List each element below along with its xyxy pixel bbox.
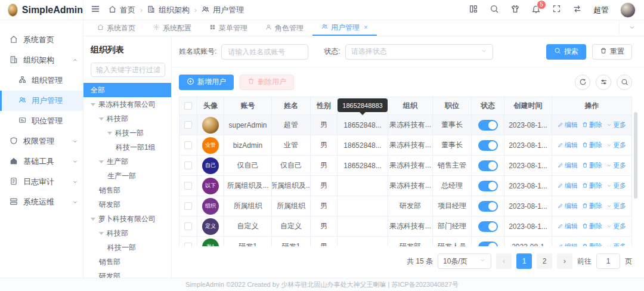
refresh-button[interactable] — [575, 75, 590, 90]
sidebar-item-dashboard[interactable]: 系统首页 — [0, 30, 83, 50]
more-dropdown[interactable]: 更多 — [606, 202, 626, 210]
tree-item[interactable]: 生产一部 — [83, 169, 171, 183]
row-checkbox[interactable] — [184, 243, 192, 246]
status-toggle[interactable] — [478, 181, 498, 191]
row-checkbox[interactable] — [184, 182, 192, 190]
tree-item[interactable]: 果冻科技有限公司 — [83, 97, 171, 112]
status-toggle[interactable] — [478, 120, 498, 131]
switch-org-icon[interactable] — [572, 4, 582, 16]
edit-link[interactable]: 编辑 — [558, 222, 578, 231]
row-checkbox[interactable] — [184, 202, 192, 210]
next-page-button[interactable]: › — [557, 253, 572, 269]
tree-item[interactable]: 科技一部 — [83, 126, 171, 140]
prev-page-button[interactable]: ‹ — [496, 253, 512, 269]
select-all-checkbox[interactable] — [184, 102, 192, 110]
sidebar-item-position-management[interactable]: 职位管理 — [0, 111, 83, 131]
user-avatar[interactable] — [620, 2, 636, 18]
status-toggle[interactable] — [478, 221, 498, 232]
edit-link[interactable]: 编辑 — [558, 202, 578, 210]
tree-item[interactable]: 研发部 — [83, 197, 171, 212]
delete-users-button[interactable]: 删除用户 — [240, 75, 294, 90]
sidebar-item-operations[interactable]: 系统运维 — [0, 192, 83, 212]
edit-link[interactable]: 编辑 — [558, 141, 578, 150]
delete-link[interactable]: 删除 — [582, 161, 602, 170]
caret-down-icon[interactable] — [99, 117, 104, 120]
tree-item[interactable]: 科技一部1组 — [83, 140, 171, 154]
more-dropdown[interactable]: 更多 — [606, 161, 626, 170]
page-button-2[interactable]: 2 — [537, 253, 552, 269]
edit-link[interactable]: 编辑 — [558, 181, 578, 190]
delete-link[interactable]: 删除 — [582, 202, 602, 210]
collapse-menu-icon[interactable] — [91, 4, 100, 16]
row-checkbox[interactable] — [184, 141, 192, 149]
sidebar-item-tools[interactable]: 基础工具 — [0, 151, 83, 172]
tab-role[interactable]: 角色管理 — [256, 20, 312, 36]
status-toggle[interactable] — [478, 242, 498, 247]
row-checkbox[interactable] — [184, 162, 192, 169]
add-user-button[interactable]: 新增用户 — [179, 75, 234, 90]
tab-user-management[interactable]: 用户管理 × — [312, 20, 377, 36]
edit-link[interactable]: 编辑 — [558, 120, 578, 129]
tree-item-all[interactable]: 全部 — [83, 83, 171, 97]
tree-item[interactable]: 销售部 — [83, 183, 171, 197]
layout-grid-icon[interactable] — [469, 4, 478, 16]
row-checkbox[interactable] — [184, 121, 192, 129]
tab-options-button[interactable] — [619, 20, 644, 36]
more-dropdown[interactable]: 更多 — [606, 181, 626, 190]
caret-down-icon[interactable] — [91, 103, 95, 106]
tree-item[interactable]: 科技一部 — [83, 240, 171, 255]
close-icon[interactable]: × — [364, 23, 368, 32]
more-dropdown[interactable]: 更多 — [606, 242, 626, 246]
fullscreen-icon[interactable] — [552, 4, 561, 16]
tree-filter-input[interactable] — [91, 63, 165, 77]
delete-link[interactable]: 删除 — [582, 242, 602, 246]
sidebar-item-permissions[interactable]: 权限管理 — [0, 131, 83, 151]
status-toggle[interactable] — [478, 140, 498, 151]
name-search-input[interactable] — [221, 44, 308, 60]
caret-down-icon[interactable] — [99, 160, 104, 163]
edit-link[interactable]: 编辑 — [558, 161, 578, 170]
goto-page-input[interactable] — [596, 253, 620, 269]
theme-shirt-icon[interactable] — [510, 4, 520, 16]
edit-link[interactable]: 编辑 — [558, 242, 578, 246]
tree-item[interactable]: 萝卜科技有限公司 — [83, 212, 171, 226]
status-toggle[interactable] — [478, 201, 498, 212]
tree-item[interactable]: 科技部 — [83, 112, 171, 126]
delete-link[interactable]: 删除 — [582, 141, 602, 150]
table-scrollbar[interactable] — [634, 112, 637, 199]
page-button-1[interactable]: 1 — [516, 253, 532, 269]
tab-home[interactable]: 系统首页 — [88, 20, 144, 36]
caret-down-icon[interactable] — [99, 232, 104, 235]
search-icon[interactable] — [490, 4, 499, 16]
more-dropdown[interactable]: 更多 — [606, 141, 626, 150]
caret-down-icon[interactable] — [91, 218, 95, 221]
search-button[interactable]: 搜索 — [546, 44, 586, 60]
status-select[interactable]: 请选择状态 — [345, 44, 493, 60]
more-dropdown[interactable]: 更多 — [606, 120, 626, 129]
table-search-button[interactable] — [617, 75, 632, 90]
sidebar-item-audit-logs[interactable]: 日志审计 — [0, 172, 83, 192]
sidebar-item-user-management[interactable]: 用户管理 — [0, 91, 83, 111]
tree-item[interactable]: 生产部 — [83, 154, 171, 169]
status-toggle[interactable] — [478, 160, 498, 171]
tab-config[interactable]: 系统配置 — [144, 20, 200, 36]
tree-item[interactable]: 销售部 — [83, 255, 171, 269]
caret-down-icon[interactable] — [107, 132, 112, 135]
column-settings-button[interactable] — [596, 75, 611, 90]
tree-item[interactable]: 科技部 — [83, 226, 171, 240]
delete-link[interactable]: 删除 — [582, 181, 602, 190]
app-logo[interactable]: SimpleAdmin — [0, 0, 83, 20]
row-checkbox[interactable] — [184, 222, 192, 230]
more-dropdown[interactable]: 更多 — [606, 222, 626, 231]
delete-link[interactable]: 删除 — [582, 120, 602, 129]
current-user-name[interactable]: 超管 — [593, 5, 609, 16]
footer-text: SimpleAdmin ©2022 Created by 少林寺驻北固山办事处大… — [185, 280, 459, 289]
tab-menu[interactable]: 菜单管理 — [200, 20, 256, 36]
sidebar-item-org-management[interactable]: 组织管理 — [0, 70, 83, 91]
sidebar-item-organization[interactable]: 组织架构 — [0, 50, 83, 70]
reset-button[interactable]: 重置 — [592, 44, 632, 60]
breadcrumb-item[interactable]: 首页 — [120, 5, 135, 16]
page-size-select[interactable]: 10条/页 — [438, 253, 491, 269]
delete-link[interactable]: 删除 — [582, 222, 602, 231]
breadcrumb-item[interactable]: 组织架构 — [159, 5, 190, 16]
